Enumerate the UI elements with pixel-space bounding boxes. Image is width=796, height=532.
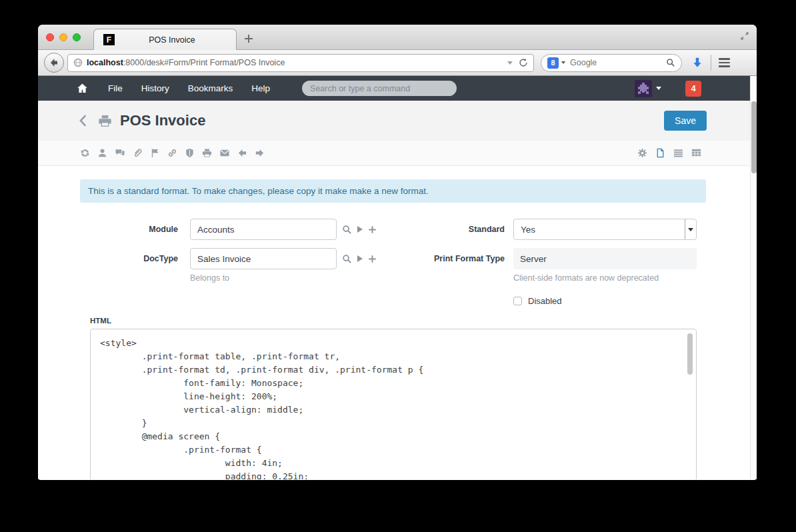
- browser-back-button[interactable]: [44, 53, 64, 73]
- prev-arrow-icon[interactable]: [237, 148, 247, 158]
- standard-format-banner: This is a standard format. To make chang…: [80, 179, 706, 203]
- html-label: HTML: [90, 317, 706, 325]
- email-icon[interactable]: [219, 148, 230, 158]
- menu-file[interactable]: File: [99, 76, 132, 101]
- browser-search-bar[interactable]: 8 Google: [541, 54, 682, 72]
- reload-button[interactable]: [519, 58, 528, 67]
- browser-window: F POS Invoice localhost:8000/desk#Form/P…: [38, 25, 757, 480]
- paperclip-icon[interactable]: [133, 148, 143, 158]
- app-navbar: File History Bookmarks Help 4: [38, 76, 757, 101]
- module-label: Module: [80, 225, 178, 234]
- shield-icon[interactable]: [185, 148, 195, 158]
- menu-history[interactable]: History: [132, 76, 179, 101]
- module-add-icon[interactable]: [368, 225, 377, 234]
- list-view-icon[interactable]: [673, 148, 683, 158]
- disabled-label: Disabled: [528, 296, 562, 306]
- doctype-open-icon[interactable]: [357, 255, 363, 262]
- flag-icon[interactable]: [150, 148, 160, 158]
- printer-icon: [98, 114, 112, 128]
- notification-badge[interactable]: 4: [685, 81, 701, 97]
- page-scrollbar[interactable]: [750, 76, 757, 479]
- close-button[interactable]: [46, 33, 54, 41]
- module-search-icon[interactable]: [342, 225, 352, 235]
- print-format-type-value: Server: [513, 248, 697, 269]
- downloads-button[interactable]: [691, 57, 703, 69]
- select-arrow-icon: [685, 219, 696, 239]
- print-format-type-help: Client-side formats are now deprecated: [513, 273, 697, 283]
- new-tab-button[interactable]: [242, 32, 255, 45]
- search-magnifier-icon[interactable]: [666, 58, 675, 67]
- reload-icon: [519, 58, 528, 67]
- browser-menu-button[interactable]: [719, 58, 730, 67]
- file-view-icon[interactable]: [655, 148, 665, 158]
- form-icon-toolbar: [38, 141, 757, 166]
- avatar-icon: [635, 80, 652, 97]
- doctype-search-icon[interactable]: [342, 254, 352, 264]
- google-favicon-icon: 8: [547, 57, 559, 69]
- search-engine-dropdown-icon[interactable]: [561, 61, 565, 64]
- doctype-help: Belongs to: [190, 273, 383, 283]
- standard-label: Standard: [393, 225, 505, 234]
- editor-scrollbar-thumb[interactable]: [687, 333, 693, 375]
- command-search-input[interactable]: [302, 81, 457, 96]
- print-format-type-label: Print Format Type: [393, 254, 505, 263]
- menu-bookmarks[interactable]: Bookmarks: [179, 76, 243, 101]
- globe-icon: [73, 58, 83, 67]
- module-open-icon[interactable]: [357, 226, 363, 233]
- page-scrollbar-thumb[interactable]: [751, 101, 757, 173]
- page-head: POS Invoice Save: [38, 101, 757, 141]
- window-resize-icon[interactable]: [739, 31, 750, 44]
- menu-help[interactable]: Help: [242, 76, 279, 101]
- page-title: POS Invoice: [120, 112, 205, 129]
- window-titlebar: F POS Invoice: [38, 25, 757, 50]
- url-bar[interactable]: localhost:8000/desk#Form/Print Format/PO…: [67, 54, 534, 72]
- tab-title: POS Invoice: [115, 35, 229, 45]
- url-path: :8000/desk#Form/Print Format/POS Invoice: [123, 58, 285, 67]
- search-engine-label: Google: [570, 58, 666, 67]
- back-chevron-icon[interactable]: [78, 114, 87, 127]
- frappe-favicon-icon: F: [103, 34, 115, 45]
- settings-gear-icon[interactable]: [637, 148, 647, 158]
- back-arrow-icon: [49, 57, 59, 68]
- grid-view-icon[interactable]: [691, 148, 701, 158]
- doctype-label: DocType: [80, 254, 178, 263]
- next-arrow-icon[interactable]: [255, 148, 265, 158]
- url-host: localhost: [87, 58, 123, 67]
- form-content: This is a standard format. To make chang…: [38, 166, 757, 479]
- home-button[interactable]: [77, 83, 88, 94]
- page-viewport: File History Bookmarks Help 4 POS Invoic…: [38, 76, 757, 479]
- module-input[interactable]: [190, 219, 337, 240]
- form-area: Module Standard: [80, 219, 706, 479]
- link-icon[interactable]: [167, 148, 177, 158]
- user-avatar[interactable]: [635, 80, 652, 97]
- doctype-add-icon[interactable]: [368, 255, 377, 263]
- comments-icon[interactable]: [115, 148, 125, 158]
- avatar-dropdown-icon[interactable]: [656, 87, 661, 90]
- zoom-button[interactable]: [73, 33, 81, 41]
- home-icon: [77, 83, 88, 94]
- save-button[interactable]: Save: [664, 111, 707, 131]
- standard-select[interactable]: Yes: [513, 219, 697, 240]
- plus-icon: [242, 32, 255, 45]
- html-code-editor[interactable]: <style> .print-format table, .print-form…: [90, 329, 697, 479]
- html-section: HTML <style> .print-format table, .print…: [90, 317, 706, 479]
- url-dropdown-icon[interactable]: [507, 61, 513, 65]
- html-code[interactable]: <style> .print-format table, .print-form…: [91, 329, 696, 479]
- toolbar-divider: [711, 55, 711, 71]
- disabled-checkbox[interactable]: [513, 297, 522, 305]
- download-arrow-icon: [691, 57, 703, 69]
- minimize-button[interactable]: [59, 33, 67, 41]
- refresh-icon[interactable]: [80, 148, 90, 158]
- browser-tab[interactable]: F POS Invoice: [93, 29, 237, 50]
- user-icon[interactable]: [97, 148, 107, 158]
- traffic-lights: [46, 33, 81, 41]
- print-icon[interactable]: [202, 148, 212, 158]
- browser-nav-toolbar: localhost:8000/desk#Form/Print Format/PO…: [38, 50, 757, 76]
- standard-value: Yes: [514, 225, 535, 235]
- doctype-input[interactable]: [190, 248, 337, 269]
